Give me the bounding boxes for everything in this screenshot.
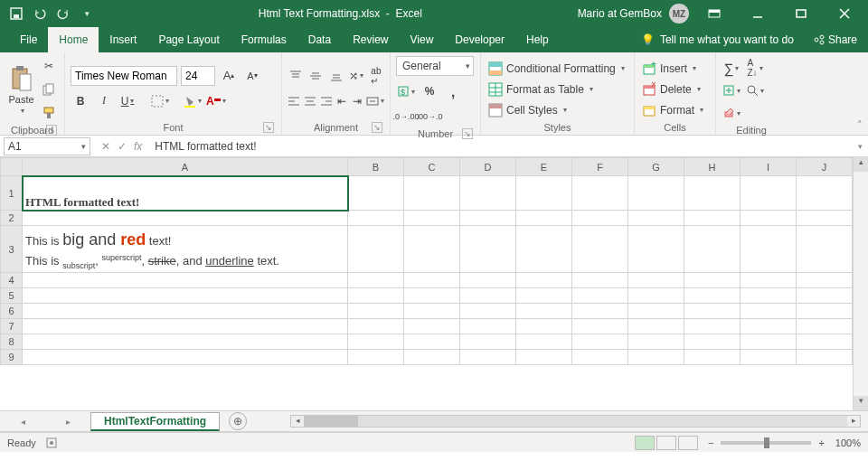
name-box[interactable]: A1: [4, 137, 90, 155]
increase-indent-icon[interactable]: ⇥: [352, 91, 363, 111]
horizontal-scrollbar[interactable]: ◂▸: [290, 415, 861, 428]
worksheet-grid[interactable]: A B C D E F G H I J 1 HTML formatted tex…: [0, 157, 868, 410]
accounting-format-icon[interactable]: $▾: [396, 81, 416, 101]
fill-icon[interactable]: ▾: [722, 80, 741, 100]
cell-A2[interactable]: [23, 211, 348, 226]
percent-icon[interactable]: %: [420, 81, 439, 101]
col-header[interactable]: C: [404, 158, 460, 176]
ribbon-options-icon[interactable]: [696, 0, 732, 27]
clear-icon[interactable]: ▾: [722, 103, 741, 123]
autosum-icon[interactable]: ∑▾: [722, 58, 741, 78]
tab-page-layout[interactable]: Page Layout: [147, 27, 230, 52]
clipboard-launcher-icon[interactable]: ↘: [46, 125, 57, 136]
maximize-icon[interactable]: [783, 0, 819, 27]
sheet-tab[interactable]: HtmlTextFormatting: [90, 412, 220, 431]
user-name[interactable]: Mario at GemBox: [578, 7, 662, 20]
col-header[interactable]: J: [797, 158, 853, 176]
view-normal-icon[interactable]: [635, 436, 655, 450]
cut-icon[interactable]: ✂: [39, 56, 59, 76]
align-bottom-icon[interactable]: [327, 66, 344, 86]
expand-formula-bar-icon[interactable]: ▾: [853, 142, 868, 151]
tab-home[interactable]: Home: [48, 27, 99, 52]
italic-button[interactable]: I: [94, 91, 114, 111]
share-button[interactable]: Share: [803, 33, 868, 46]
format-cells-button[interactable]: Format▾: [640, 101, 710, 119]
col-header[interactable]: H: [684, 158, 741, 176]
cell-styles-button[interactable]: Cell Styles▾: [486, 101, 628, 119]
tab-insert[interactable]: Insert: [99, 27, 147, 52]
row-header[interactable]: 1: [1, 176, 23, 211]
fx-icon[interactable]: fx: [134, 140, 142, 153]
qat-customize-icon[interactable]: ▾: [80, 6, 94, 21]
paste-button[interactable]: Paste▾: [5, 56, 37, 123]
row-header[interactable]: 9: [1, 350, 23, 365]
font-color-icon[interactable]: A▾: [206, 91, 226, 111]
formula-input[interactable]: HTML formatted text!: [149, 140, 853, 153]
col-header[interactable]: F: [572, 158, 628, 176]
new-sheet-button[interactable]: ⊕: [229, 412, 247, 430]
tab-formulas[interactable]: Formulas: [231, 27, 297, 52]
row-header[interactable]: 7: [1, 319, 23, 334]
comma-icon[interactable]: ,: [443, 81, 463, 101]
tab-scroll-first-icon[interactable]: ◂: [21, 417, 25, 427]
row-header[interactable]: 5: [1, 288, 23, 304]
delete-cells-button[interactable]: ×Delete▾: [640, 80, 710, 99]
tab-help[interactable]: Help: [515, 27, 560, 52]
minimize-icon[interactable]: [740, 0, 776, 27]
tab-view[interactable]: View: [400, 27, 445, 52]
collapse-ribbon-icon[interactable]: ˄: [857, 119, 863, 131]
format-painter-icon[interactable]: [39, 103, 59, 123]
tab-data[interactable]: Data: [297, 27, 342, 52]
redo-icon[interactable]: [56, 6, 71, 21]
align-center-icon[interactable]: [304, 91, 316, 111]
row-header[interactable]: 3: [1, 226, 23, 273]
tab-file[interactable]: File: [9, 27, 48, 52]
fill-color-icon[interactable]: ▾: [183, 91, 203, 111]
decrease-decimal-icon[interactable]: .00→.0: [420, 107, 439, 127]
col-header[interactable]: A: [23, 158, 348, 176]
find-select-icon[interactable]: ▾: [745, 80, 765, 100]
vertical-scrollbar[interactable]: ▴▾: [853, 157, 868, 410]
close-icon[interactable]: [826, 0, 863, 27]
tab-review[interactable]: Review: [342, 27, 399, 52]
select-all-corner[interactable]: [1, 158, 23, 176]
row-header[interactable]: 2: [1, 211, 23, 226]
zoom-level[interactable]: 100%: [835, 437, 861, 448]
increase-font-icon[interactable]: A▴: [219, 66, 239, 86]
tab-scroll-right-icon[interactable]: ▸: [66, 417, 71, 427]
row-header[interactable]: 8: [1, 334, 23, 350]
align-middle-icon[interactable]: [307, 66, 324, 86]
number-format-dropdown[interactable]: General: [396, 56, 474, 76]
font-name-input[interactable]: [71, 66, 177, 86]
row-header[interactable]: 6: [1, 304, 23, 319]
copy-icon[interactable]: [39, 80, 59, 99]
borders-icon[interactable]: ▾: [150, 91, 170, 111]
format-as-table-button[interactable]: Format as Table▾: [486, 80, 628, 99]
col-header[interactable]: B: [348, 158, 404, 176]
undo-icon[interactable]: [33, 6, 47, 21]
col-header[interactable]: G: [628, 158, 684, 176]
decrease-indent-icon[interactable]: ⇤: [336, 91, 348, 111]
align-top-icon[interactable]: [288, 66, 304, 86]
cancel-formula-icon[interactable]: ✕: [101, 140, 110, 153]
zoom-in-icon[interactable]: +: [818, 437, 824, 448]
tell-me-search[interactable]: 💡 Tell me what you want to do: [632, 27, 803, 52]
number-launcher-icon[interactable]: ↘: [462, 128, 473, 139]
merge-center-icon[interactable]: ▾: [366, 91, 384, 111]
font-size-input[interactable]: [181, 66, 215, 86]
col-header[interactable]: E: [516, 158, 572, 176]
zoom-slider[interactable]: [721, 441, 811, 445]
alignment-launcher-icon[interactable]: ↘: [372, 122, 382, 133]
align-left-icon[interactable]: [288, 91, 300, 111]
bold-button[interactable]: B: [71, 91, 90, 111]
view-page-layout-icon[interactable]: [656, 436, 676, 450]
increase-decimal-icon[interactable]: .0→.00: [396, 107, 416, 127]
insert-cells-button[interactable]: +Insert▾: [640, 60, 710, 78]
cell-A3[interactable]: This is big and red text! This is subscr…: [23, 226, 348, 273]
avatar[interactable]: MZ: [669, 4, 689, 24]
macro-record-icon[interactable]: [45, 437, 58, 449]
conditional-formatting-button[interactable]: Conditional Formatting▾: [486, 60, 628, 78]
wrap-text-icon[interactable]: ab↵: [368, 66, 384, 86]
tab-developer[interactable]: Developer: [444, 27, 515, 52]
col-header[interactable]: I: [741, 158, 797, 176]
